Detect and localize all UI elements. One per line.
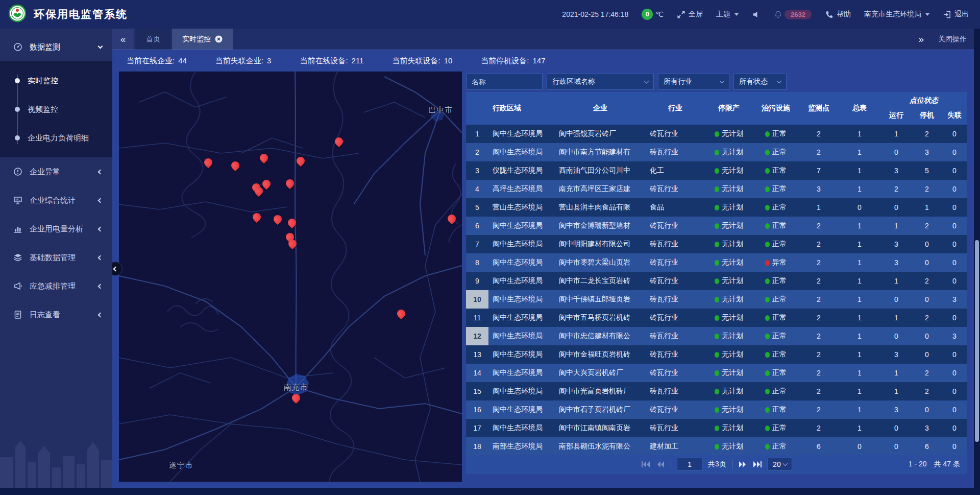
cell-total-meters: 1 xyxy=(839,235,880,253)
bullet-icon xyxy=(15,107,20,112)
notifications-button[interactable]: 2632 xyxy=(774,10,812,19)
cell-total-meters: 1 xyxy=(839,382,880,400)
sidebar-item-1[interactable]: 企业异常 xyxy=(0,157,112,186)
page-size-select[interactable]: 20 xyxy=(768,458,792,471)
table-row[interactable]: 2阆中生态环境局阆中市南方节能建材有砖瓦行业无计划正常21030 xyxy=(466,143,967,161)
table-row[interactable]: 4高坪生态环境局南充市高坪区王家店建砖瓦行业无计划正常31220 xyxy=(466,180,967,198)
sidebar-item-4[interactable]: 基础数据管理 xyxy=(0,243,112,272)
column-header: 总表 xyxy=(839,92,880,125)
region-filter-select[interactable]: 行政区域名称 xyxy=(547,74,654,90)
cell-running: 3 xyxy=(880,253,912,272)
temperature-badge: 0 xyxy=(642,9,653,20)
cell-running: 2 xyxy=(880,180,912,198)
table-row[interactable]: 7阆中生态环境局阆中明阳建材有限公司砖瓦行业无计划正常21300 xyxy=(466,235,967,253)
exit-button[interactable]: 退出 xyxy=(943,10,969,19)
table-row[interactable]: 9阆中生态环境局阆中市二龙长宝页岩砖砖瓦行业无计划正常21120 xyxy=(466,272,967,290)
table-row[interactable]: 6阆中生态环境局阆中市金博瑞新型墙材砖瓦行业无计划正常21120 xyxy=(466,217,967,235)
table-row[interactable]: 17阆中生态环境局阆中市江南镇阆南页岩砖瓦行业无计划正常21030 xyxy=(466,419,967,437)
cell-monitor-points: 2 xyxy=(799,290,839,309)
chevron-left-icon xyxy=(113,266,118,271)
tab-label: 实时监控 xyxy=(182,35,211,44)
table-row[interactable]: 16阆中生态环境局阆中市石子页岩机砖厂砖瓦行业无计划正常21300 xyxy=(466,400,967,419)
cell-pollution-facility: 正常 xyxy=(753,419,799,437)
cell-total-meters: 1 xyxy=(839,217,880,235)
cell-stopped: 6 xyxy=(912,437,942,455)
status-dot-icon xyxy=(715,150,719,155)
status-dot-icon xyxy=(765,426,770,431)
cell-region: 阆中生态环境局 xyxy=(488,327,555,345)
tab-active[interactable]: 实时监控 xyxy=(172,29,233,50)
tabs-scroll-left-button[interactable]: « xyxy=(112,29,134,50)
status-filter-select[interactable]: 所有状态 xyxy=(733,74,787,90)
status-dot-icon xyxy=(765,370,770,376)
sidebar-item-label: 数据监测 xyxy=(30,42,99,52)
name-filter-input[interactable] xyxy=(466,74,543,90)
fullscreen-button[interactable]: 全屏 xyxy=(677,10,703,19)
app-title: 环保用电监管系统 xyxy=(34,7,128,21)
cell-region: 阆中生态环境局 xyxy=(488,400,555,419)
industry-filter-select[interactable]: 所有行业 xyxy=(658,74,729,90)
cell-pollution-facility: 正常 xyxy=(753,290,799,309)
sidebar-item-6[interactable]: 日志查看 xyxy=(0,300,112,329)
sidebar-subitem[interactable]: 视频监控 xyxy=(0,95,112,124)
table-row[interactable]: 13阆中生态环境局阆中市金福旺页岩机砖砖瓦行业无计划正常21300 xyxy=(466,345,967,364)
tab-inactive[interactable]: 首页 xyxy=(136,29,170,50)
previous-page-button[interactable] xyxy=(656,461,665,468)
sidebar-item-3[interactable]: 企业用电量分析 xyxy=(0,215,112,243)
cell-running: 0 xyxy=(880,327,912,345)
table-row[interactable]: 12阆中生态环境局阆中市忠信建材有限公砖瓦行业无计划正常21003 xyxy=(466,327,967,345)
cell-lost: 0 xyxy=(942,217,967,235)
table-row[interactable]: 10阆中生态环境局阆中千佛镇五郎垭页岩砖瓦行业无计划正常21003 xyxy=(466,290,967,309)
status-dot-icon xyxy=(715,426,719,431)
cell-stopped: 5 xyxy=(912,161,942,180)
table-row[interactable]: 1阆中生态环境局阆中强锐页岩砖厂砖瓦行业无计划正常21120 xyxy=(466,125,967,143)
status-dot-icon xyxy=(765,389,770,394)
cell-monitor-points: 2 xyxy=(799,253,839,272)
cell-region: 营山生态环境局 xyxy=(488,198,555,217)
map-panel[interactable]: 巴中市南充市遂宁市 xyxy=(119,72,462,482)
chevron-left-icon xyxy=(98,255,103,260)
cell-industry: 建材加工 xyxy=(646,437,705,455)
next-page-button[interactable] xyxy=(738,461,747,468)
page-number-input[interactable] xyxy=(677,458,702,471)
theme-dropdown[interactable]: 主题 xyxy=(716,10,739,19)
cell-company: 阆中市二龙长宝页岩砖 xyxy=(555,272,646,290)
sidebar-subitem[interactable]: 企业电力负荷明细 xyxy=(0,124,112,152)
org-dropdown[interactable]: 南充市生态环境局 xyxy=(864,10,929,19)
table-row[interactable]: 11阆中生态环境局阆中市五马桥页岩机砖砖瓦行业无计划正常21120 xyxy=(466,309,967,327)
cell-region: 阆中生态环境局 xyxy=(488,290,555,309)
table-row[interactable]: 5营山生态环境局营山县润丰肉食品有限食品无计划正常10010 xyxy=(466,198,967,217)
cell-limit-production: 无计划 xyxy=(705,309,753,327)
status-dot-icon xyxy=(765,131,770,137)
scrollbar-thumb[interactable] xyxy=(975,240,979,442)
table-row[interactable]: 15阆中生态环境局阆中市光富页岩机砖厂砖瓦行业无计划正常21120 xyxy=(466,382,967,400)
last-page-button[interactable] xyxy=(753,461,762,468)
speaker-icon xyxy=(752,10,761,19)
table-row[interactable]: 8阆中生态环境局阆中市枣碧大梁山页岩砖瓦行业无计划异常21300 xyxy=(466,253,967,272)
tabs-scroll-right-button[interactable]: » xyxy=(918,34,924,45)
pager-range-label: 1 - 20 xyxy=(909,460,927,469)
status-dot-icon xyxy=(765,315,770,321)
first-page-button[interactable] xyxy=(641,461,650,468)
stat-item: 当前失联设备: 10 xyxy=(392,56,452,66)
cell-limit-production: 无计划 xyxy=(705,253,753,272)
cell-limit-production: 无计划 xyxy=(705,345,753,364)
help-button[interactable]: 帮助 xyxy=(825,10,851,19)
table-row[interactable]: 14阆中生态环境局阆中大兴页岩机砖厂砖瓦行业无计划正常21120 xyxy=(466,364,967,382)
tab-close-icon[interactable] xyxy=(215,35,223,43)
sidebar-subitem[interactable]: 实时监控 xyxy=(0,66,112,95)
table-row[interactable]: 3仪陇生态环境局西南油气田分公司川中化工无计划正常71350 xyxy=(466,161,967,180)
cell-row-number: 10 xyxy=(466,290,488,309)
fullscreen-label: 全屏 xyxy=(689,10,703,19)
cell-company: 阆中千佛镇五郎垭页岩 xyxy=(555,290,646,309)
sound-toggle-button[interactable] xyxy=(752,10,761,19)
cell-running: 3 xyxy=(880,161,912,180)
close-operations-button[interactable]: 关闭操作 xyxy=(938,35,967,44)
sidebar-item-5[interactable]: 应急减排管理 xyxy=(0,272,112,300)
sidebar-item-2[interactable]: 企业综合统计 xyxy=(0,186,112,215)
content-row: 巴中市南充市遂宁市 行政区域名称 所有行业 所有状态 xyxy=(112,72,980,488)
table-row[interactable]: 18南部生态环境局南部县砌伍水泥有限公建材加工无计划正常60060 xyxy=(466,437,967,455)
notification-count-badge: 2632 xyxy=(785,10,812,19)
sidebar-item-0[interactable]: 数据监测 xyxy=(0,33,112,61)
cell-running: 0 xyxy=(880,290,912,309)
